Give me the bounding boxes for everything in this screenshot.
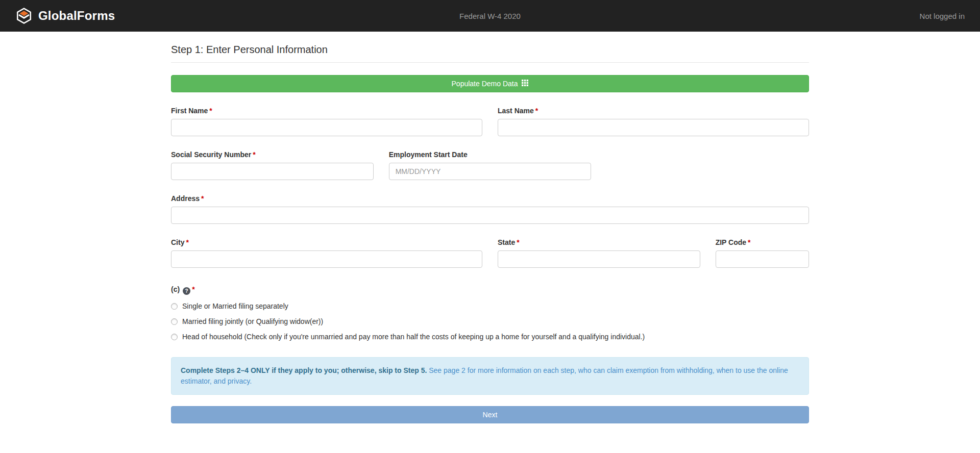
radio-option-label: Married filing jointly (or Qualifying wi… [182,317,323,325]
city-label: City* [171,238,482,246]
form-row-address: Address* [171,194,809,224]
required-marker: * [517,238,519,246]
radio-unchecked-icon[interactable] [171,303,178,310]
login-status: Not logged in [920,12,965,20]
alert-bold-text: Complete Steps 2–4 ONLY if they apply to… [181,366,427,374]
filing-status-label: (c)?* [171,285,809,295]
form-title: Federal W-4 2020 [459,12,521,20]
ssn-label: Social Security Number* [171,150,374,159]
next-button[interactable]: Next [171,406,809,423]
filing-status-option-head-of-household[interactable]: Head of household (Check only if you're … [171,333,809,341]
employment-start-date-group: Employment Start Date [389,150,592,180]
populate-demo-data-button[interactable]: Populate Demo Data [171,75,809,92]
employment-start-date-input[interactable] [389,163,592,180]
first-name-input[interactable] [171,119,482,136]
required-marker: * [192,285,194,293]
zip-label: ZIP Code* [716,238,809,246]
required-marker: * [201,194,204,203]
radio-option-label: Single or Married filing separately [182,302,288,310]
ssn-group: Social Security Number* [171,150,374,180]
brand[interactable]: GlobalForms [15,7,115,24]
page-title: Step 1: Enter Personal Information [171,44,809,63]
state-input[interactable] [498,250,700,268]
next-button-label: Next [483,411,498,419]
filing-status-option-single[interactable]: Single or Married filing separately [171,302,809,310]
steps-info-alert: Complete Steps 2–4 ONLY if they apply to… [171,357,809,395]
state-group: State* [498,238,700,268]
required-marker: * [748,238,750,246]
radio-unchecked-icon[interactable] [171,318,178,325]
radio-unchecked-icon[interactable] [171,334,178,340]
city-group: City* [171,238,482,268]
required-marker: * [535,107,538,115]
main-content: Step 1: Enter Personal Information Popul… [171,32,809,423]
last-name-input[interactable] [498,119,809,136]
ssn-input[interactable] [171,163,374,180]
populate-demo-label: Populate Demo Data [452,80,518,88]
question-circle-icon[interactable]: ? [183,287,190,295]
required-marker: * [209,107,212,115]
zip-group: ZIP Code* [716,238,809,268]
employment-start-date-label: Employment Start Date [389,150,592,159]
first-name-group: First Name* [171,107,482,136]
brand-name: GlobalForms [38,9,115,23]
form-row-city-state-zip: City* State* ZIP Code* [171,238,809,268]
address-input[interactable] [171,207,809,224]
zip-input[interactable] [716,250,809,268]
filing-status-option-married-jointly[interactable]: Married filing jointly (or Qualifying wi… [171,317,809,325]
last-name-group: Last Name* [498,107,809,136]
city-input[interactable] [171,250,482,268]
required-marker: * [253,150,255,159]
filing-status-group: (c)?* Single or Married filing separatel… [171,285,809,341]
globalforms-logo-icon [15,7,33,24]
state-label: State* [498,238,700,246]
required-marker: * [186,238,188,246]
address-group: Address* [171,194,809,224]
last-name-label: Last Name* [498,107,809,115]
form-row-name: First Name* Last Name* [171,107,809,136]
radio-option-label: Head of household (Check only if you're … [182,333,645,341]
navbar: GlobalForms Federal W-4 2020 Not logged … [0,0,980,32]
first-name-label: First Name* [171,107,482,115]
address-label: Address* [171,194,809,203]
form-row-ssn-date: Social Security Number* Employment Start… [171,150,809,180]
grid-icon [522,80,528,88]
